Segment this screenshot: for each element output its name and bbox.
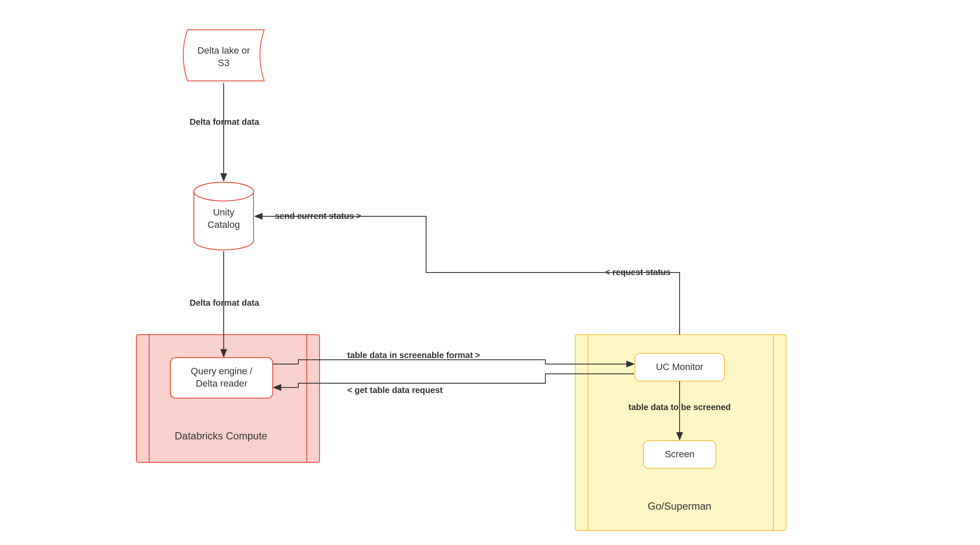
edge-label-delta-1: Delta format data (190, 117, 259, 127)
go-superman-label: Go/Superman (648, 500, 711, 512)
svg-point-6 (194, 182, 254, 201)
screen-label: Screen (648, 448, 712, 461)
edge-label-table-screened: table data to be screened (628, 402, 731, 412)
delta-lake-label: Delta lake or S3 (190, 45, 258, 69)
edge-label-delta-2: Delta format data (190, 298, 259, 308)
unity-catalog-label: Unity Catalog (205, 207, 243, 231)
databricks-label: Databricks Compute (175, 430, 267, 442)
edge-label-request-status: < request status (605, 267, 671, 277)
diagram-svg (0, 0, 980, 545)
query-engine-label: Query engine / Delta reader (175, 365, 268, 390)
edge-label-send-status: send current status > (275, 211, 361, 221)
edge-label-table-screenable: table data in screenable format > (347, 350, 480, 360)
diagram-canvas: Delta lake or S3 Unity Catalog Query eng… (0, 0, 980, 545)
edge-label-get-table-data: < get table data request (347, 385, 443, 395)
uc-monitor-label: UC Monitor (639, 361, 720, 373)
